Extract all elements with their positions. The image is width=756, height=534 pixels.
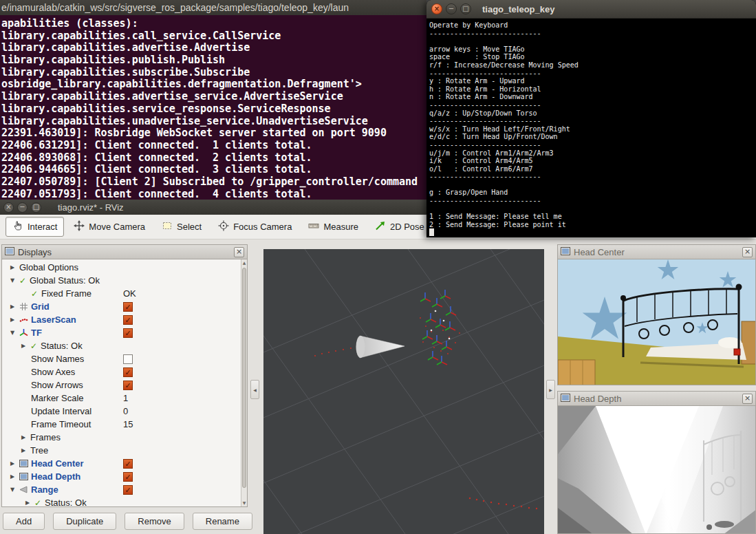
enabled-checkbox[interactable]: ✓ (123, 459, 133, 469)
tree-item-label: Show Axes (31, 367, 75, 377)
expand-arrow-icon[interactable]: ▶ (10, 473, 19, 480)
terminal-line: o/l : Control Arm6/Arm7 (429, 165, 756, 173)
terminal1-titlebar[interactable]: e/inamuralab/catkin_ws/src/sigverse_ros_… (0, 0, 426, 15)
head-center-close-icon[interactable]: × (742, 247, 753, 257)
tree-row-fixed-frame[interactable]: ✓ Fixed Frame OK (2, 287, 241, 300)
expand-arrow-icon[interactable]: ▼ (10, 330, 19, 336)
range-display-icon (19, 485, 31, 494)
window-minimize-icon[interactable]: − (17, 202, 28, 213)
tree-row-update-interval[interactable]: Update Interval 0 (2, 405, 241, 418)
terminal-line: --------------------------- (429, 197, 756, 205)
enabled-checkbox[interactable]: ✓ (123, 315, 133, 325)
scroll-up-icon[interactable]: ▲ (241, 259, 247, 266)
tree-row-show-arrows[interactable]: Show Arrows ✓ (2, 378, 241, 392)
window-close-icon[interactable]: × (3, 202, 14, 213)
focus-camera-tool-button[interactable]: Focus Camera (211, 217, 299, 237)
tree-row-grid[interactable]: ▶ Grid ✓ (2, 300, 241, 313)
collapse-left-panel-button[interactable]: ◀ (250, 380, 259, 399)
select-tool-button[interactable]: Select (155, 217, 208, 237)
window-minimize-icon[interactable]: − (446, 3, 457, 14)
rviz-window: × − □ tiago.rviz* - RViz Interact Move C… (0, 200, 756, 534)
displays-buttons: Add Duplicate Remove Rename (3, 513, 252, 530)
tree-row-head-center[interactable]: ▶ Head Center ✓ (2, 457, 241, 470)
terminal-line: --------------------------- (429, 117, 756, 125)
tree-row-show-names[interactable]: Show Names (2, 352, 241, 365)
tree-item-label: Marker Scale (31, 393, 84, 403)
enabled-checkbox[interactable]: ✓ (123, 381, 133, 390)
duplicate-button[interactable]: Duplicate (53, 513, 116, 530)
enabled-checkbox[interactable]: ✓ (123, 485, 133, 495)
tree-row-laserscan[interactable]: ▶ LaserScan ✓ (2, 313, 241, 326)
expand-arrow-icon[interactable]: ▶ (25, 500, 34, 506)
tree-row-tf-status[interactable]: ▶ ✓ Status: Ok (2, 339, 241, 352)
tree-row-frames[interactable]: ▶ Frames (2, 431, 241, 444)
image-panel-icon (561, 246, 570, 258)
tree-row-global-options[interactable]: ▶ Global Options (2, 261, 241, 274)
tree-item-label: Head Depth (31, 471, 80, 482)
tree-row-show-axes[interactable]: Show Axes ✓ (2, 365, 241, 378)
tree-row-range-status[interactable]: ▶ ✓ Status: Ok (2, 496, 241, 506)
head-depth-header[interactable]: Head Depth × (558, 392, 755, 406)
terminal-line: e/d/c : Turn Head Up/Front/Down (429, 133, 756, 141)
head-center-header[interactable]: Head Center × (558, 245, 755, 259)
tree-item-label: TF (31, 328, 42, 338)
property-value[interactable]: 1 (123, 393, 128, 403)
green-arrow-icon (375, 220, 386, 233)
expand-arrow-icon[interactable]: ▶ (10, 317, 19, 323)
terminal1-output: apabilities (classes): library.capabilit… (0, 15, 426, 200)
enabled-checkbox[interactable]: ✓ (123, 472, 133, 482)
tf-frames (420, 290, 456, 365)
3d-viewport[interactable] (263, 249, 544, 534)
scrollbar-thumb[interactable] (242, 268, 246, 488)
enabled-checkbox[interactable]: ✓ (123, 328, 133, 338)
terminal2-titlebar[interactable]: × − □ tiago_teleop_key (426, 0, 756, 19)
tree-row-tf[interactable]: ▼ TF ✓ (2, 326, 241, 339)
rviz-window-title: tiago.rviz* - RViz (58, 202, 124, 213)
terminal-line: q/a/z : Up/Stop/Down Torso (429, 109, 756, 118)
window-maximize-icon[interactable]: □ (460, 3, 471, 14)
expand-arrow-icon[interactable]: ▶ (21, 434, 30, 440)
scroll-down-icon[interactable]: ▼ (241, 500, 247, 506)
unchecked-checkbox[interactable] (123, 354, 133, 364)
terminal-line: library.capabilities.call_service.CallSe… (1, 30, 426, 42)
tool-label: Measure (323, 222, 358, 232)
property-value[interactable]: 0 (123, 406, 128, 416)
terminal-cursor[interactable] (429, 228, 434, 236)
head-center-panel: Head Center × (557, 244, 756, 385)
head-depth-close-icon[interactable]: × (742, 394, 753, 404)
expand-arrow-icon[interactable]: ▶ (21, 343, 30, 349)
window-maximize-icon[interactable]: □ (31, 202, 41, 213)
expand-arrow-icon[interactable]: ▶ (10, 264, 19, 270)
measure-tool-button[interactable]: Measure (301, 217, 365, 237)
enabled-checkbox[interactable]: ✓ (123, 367, 133, 377)
tree-row-marker-scale[interactable]: Marker Scale 1 (2, 392, 241, 405)
displays-close-icon[interactable]: × (234, 247, 244, 257)
terminal-line: library.capabilities.subscribe.Subscribe (1, 66, 426, 78)
enabled-checkbox[interactable]: ✓ (123, 302, 133, 312)
move-camera-tool-button[interactable]: Move Camera (67, 217, 152, 237)
window-close-icon[interactable]: × (431, 3, 442, 14)
displays-scrollbar[interactable]: ▲ ▼ (241, 259, 247, 506)
expand-arrow-icon[interactable]: ▶ (21, 447, 30, 453)
interact-tool-button[interactable]: Interact (6, 217, 64, 237)
tree-row-global-status[interactable]: ▼ ✓ Global Status: Ok (2, 274, 241, 287)
terminal-line: library.capabilities.service_response.Se… (1, 103, 426, 115)
displays-panel-header[interactable]: Displays × (2, 245, 247, 259)
add-button[interactable]: Add (3, 513, 45, 530)
expand-arrow-icon[interactable]: ▼ (10, 277, 19, 284)
collapse-right-panel-button[interactable]: ▶ (546, 380, 555, 399)
remove-button[interactable]: Remove (125, 513, 184, 530)
terminal-line: space : Stop TIAGo (429, 53, 756, 61)
displays-panel: Displays × ▶ Global Options ▼ ✓ Global S… (1, 244, 248, 507)
property-value[interactable]: 15 (123, 419, 133, 429)
rename-button[interactable]: Rename (193, 513, 252, 530)
tree-row-range[interactable]: ▼ Range ✓ (2, 483, 241, 496)
terminal-line (429, 37, 756, 45)
expand-arrow-icon[interactable]: ▶ (10, 303, 19, 310)
tree-row-head-depth[interactable]: ▶ Head Depth ✓ (2, 470, 241, 483)
expand-arrow-icon[interactable]: ▶ (10, 460, 19, 467)
expand-arrow-icon[interactable]: ▼ (10, 487, 19, 493)
tree-row-frame-timeout[interactable]: Frame Timeout 15 (2, 418, 241, 431)
tree-row-tree[interactable]: ▶ Tree (2, 444, 241, 457)
image-display-icon (19, 473, 31, 480)
